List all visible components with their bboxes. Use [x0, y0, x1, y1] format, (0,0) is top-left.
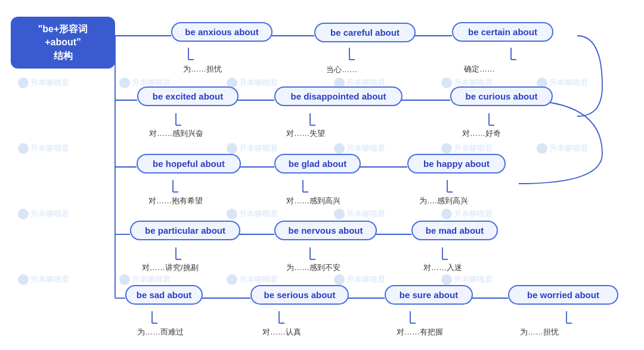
- watermark-13: 升本哆啦君: [334, 209, 385, 219]
- trans-nervous: 为……感到不安: [286, 262, 340, 273]
- trans-excited: 对……感到兴奋: [149, 128, 203, 139]
- watermark-icon: [441, 78, 452, 88]
- watermark-9: 升本哆啦君: [441, 143, 493, 154]
- node-careful: be careful about: [314, 23, 416, 42]
- watermark-icon: [537, 143, 547, 154]
- node-sad: be sad about: [125, 285, 203, 305]
- watermark-text: 升本哆啦君: [239, 274, 278, 285]
- watermark-text: 升本哆啦君: [346, 143, 385, 154]
- watermark-text: 升本哆啦君: [454, 274, 493, 285]
- watermark-icon: [334, 143, 345, 154]
- trans-particular: 对……讲究/挑剔: [142, 262, 199, 273]
- watermark-text: 升本哆啦君: [30, 274, 69, 285]
- node-mad: be mad about: [411, 221, 498, 240]
- node-excited: be excited about: [137, 86, 239, 106]
- watermark-14: 升本哆啦君: [441, 209, 493, 219]
- trans-certain: 确定……: [464, 64, 495, 75]
- watermark-text: 升本哆啦君: [454, 209, 493, 219]
- trans-sad: 为……而难过: [137, 327, 184, 337]
- watermark-2: 升本哆啦君: [227, 78, 278, 88]
- node-serious: be serious about: [250, 285, 349, 305]
- node-certain: be certain about: [452, 22, 553, 42]
- watermark-icon: [441, 274, 452, 285]
- watermark-icon: [18, 78, 29, 88]
- watermark-icon: [119, 274, 130, 285]
- watermark-18: 升本哆啦君: [334, 274, 385, 285]
- watermark-15: 升本哆啦君: [18, 274, 69, 285]
- watermark-text: 升本哆啦君: [132, 274, 171, 285]
- node-hopeful: be hopeful about: [137, 154, 241, 174]
- watermark-text: 升本哆啦君: [454, 143, 493, 154]
- watermark-text: 升本哆啦君: [30, 209, 69, 219]
- watermark-6: 升本哆啦君: [18, 143, 69, 154]
- trans-careful: 当心……: [326, 64, 357, 75]
- watermark-icon: [441, 209, 452, 219]
- watermark-16: 升本哆啦君: [119, 274, 171, 285]
- watermark-icon: [441, 143, 452, 154]
- trans-mad: 对……入迷: [423, 262, 462, 273]
- title-line2: 结构: [54, 51, 73, 61]
- watermark-text: 升本哆啦君: [239, 143, 278, 154]
- watermark-19: 升本哆啦君: [441, 274, 493, 285]
- trans-anxious: 为……担忧: [183, 64, 222, 75]
- trans-happy: 为….感到高兴: [419, 196, 468, 206]
- node-nervous: be nervous about: [274, 221, 377, 240]
- watermark-7: 升本哆啦君: [227, 143, 278, 154]
- title-box: "be+形容词+about" 结构: [11, 17, 115, 69]
- node-disappointed: be disappointed about: [274, 86, 402, 106]
- watermark-text: 升本哆啦君: [346, 274, 385, 285]
- watermark-12: 升本哆啦君: [227, 209, 278, 219]
- watermark-0: 升本哆啦君: [18, 78, 69, 88]
- watermark-icon: [334, 209, 345, 219]
- trans-disappointed: 对……失望: [286, 128, 325, 139]
- node-happy: be happy about: [407, 154, 506, 174]
- watermark-text: 升本哆啦君: [30, 143, 69, 154]
- node-worried: be worried about: [508, 285, 618, 305]
- watermark-text: 升本哆啦君: [346, 209, 385, 219]
- watermark-icon: [18, 274, 29, 285]
- watermark-text: 升本哆啦君: [30, 78, 69, 88]
- trans-glad: 对……感到高兴: [286, 196, 340, 206]
- node-anxious: be anxious about: [171, 22, 273, 42]
- watermark-icon: [227, 274, 237, 285]
- node-particular: be particular about: [130, 221, 240, 240]
- watermark-icon: [119, 78, 130, 88]
- node-curious: be curious about: [450, 86, 553, 106]
- trans-hopeful: 对……抱有希望: [148, 196, 203, 206]
- title-line1: "be+形容词+about": [38, 24, 88, 47]
- trans-worried: 为……担忧: [520, 327, 559, 337]
- watermark-17: 升本哆啦君: [227, 274, 278, 285]
- watermark-text: 升本哆啦君: [549, 143, 588, 154]
- watermark-icon: [227, 209, 237, 219]
- watermark-11: 升本哆啦君: [18, 209, 69, 219]
- watermark-icon: [334, 274, 345, 285]
- watermark-text: 升本哆啦君: [239, 209, 278, 219]
- watermark-icon: [18, 209, 29, 219]
- trans-curious: 对……好奇: [462, 128, 501, 139]
- node-sure: be sure about: [385, 285, 473, 305]
- watermark-text: 升本哆啦君: [549, 78, 588, 88]
- watermark-icon: [18, 143, 29, 154]
- trans-serious: 对……认真: [262, 327, 301, 337]
- trans-sure: 对……有把握: [397, 327, 443, 337]
- watermark-8: 升本哆啦君: [334, 143, 385, 154]
- node-glad: be glad about: [274, 154, 361, 174]
- watermark-text: 升本哆啦君: [239, 78, 278, 88]
- watermark-10: 升本哆啦君: [537, 143, 588, 154]
- watermark-icon: [227, 143, 237, 154]
